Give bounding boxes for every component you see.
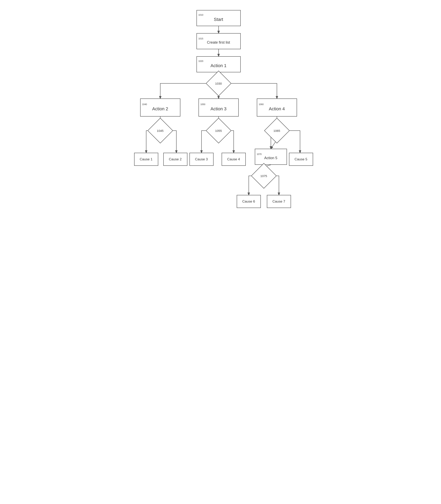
node-1060: 1060 Action 4: [257, 98, 297, 117]
node-cause1: Cause 1: [134, 153, 158, 166]
node-cause3: Cause 3: [189, 153, 214, 166]
flowchart: 1010 Start 1015 Create first list 1020 A…: [130, 4, 311, 215]
node-1050: 1050 Action 3: [199, 98, 239, 117]
node-cause4: Cause 4: [221, 153, 246, 166]
node-1040: 1040 Action 2: [140, 98, 180, 117]
node-cause5: Cause 5: [289, 153, 313, 166]
node-1070: 1070 Action 5: [255, 149, 287, 165]
node-1020: 1020 Action 1: [196, 56, 241, 72]
diamond-1075: 1075: [255, 167, 273, 185]
node-1015: 1015 Create first list: [196, 33, 241, 49]
diamond-1065: 1065: [268, 122, 286, 140]
diamond-1045: 1045: [151, 122, 169, 140]
node-cause2: Cause 2: [163, 153, 188, 166]
node-cause7: Cause 7: [267, 195, 291, 208]
diamond-1030: 1030: [209, 74, 228, 92]
node-cause6: Cause 6: [237, 195, 261, 208]
node-1010: 1010 Start: [196, 10, 241, 26]
diamond-1055: 1055: [209, 122, 228, 140]
